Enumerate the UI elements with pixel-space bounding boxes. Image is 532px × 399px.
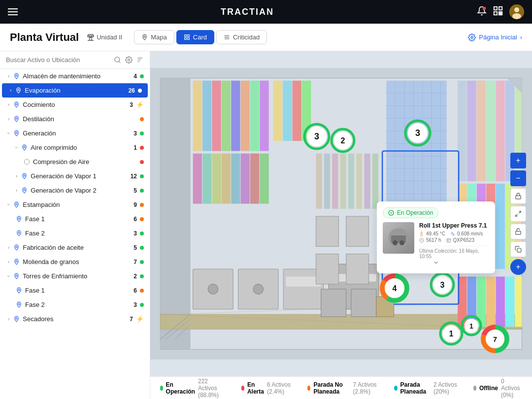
hamburger-menu[interactable] <box>8 8 18 15</box>
svg-point-103 <box>208 284 218 294</box>
svg-rect-2 <box>499 6 502 9</box>
svg-text:1: 1 <box>449 330 454 338</box>
svg-text:7: 7 <box>493 335 497 343</box>
sidebar-item-molienda[interactable]: › Molienda de granos 7 <box>0 255 150 269</box>
sidebar-item-torres-fase1[interactable]: Fase 1 6 <box>0 283 150 298</box>
tab-card[interactable]: Card <box>176 30 214 44</box>
tab-mapa-label: Mapa <box>151 33 167 41</box>
sidebar-item-destilacion[interactable]: › Destilación <box>0 112 150 126</box>
tab-criticidad[interactable]: Criticidad <box>216 30 267 44</box>
svg-point-35 <box>18 218 20 219</box>
cluster-3-topleft[interactable]: 3 <box>303 123 331 152</box>
sidebar-item-cocimiento[interactable]: › Cocimiento 3 ⚡ <box>0 98 150 112</box>
legend-alerta: En Alerta 6 Activos (2.4%) <box>241 381 294 395</box>
svg-rect-5 <box>501 11 502 13</box>
sidebar-item-aire[interactable]: › Aire comprimido 1 <box>0 140 150 155</box>
svg-rect-111 <box>496 276 505 327</box>
sidebar-item-estampacion[interactable]: › Estampación 9 <box>0 198 150 212</box>
svg-rect-50 <box>231 81 240 151</box>
svg-line-172 <box>519 211 521 213</box>
add-button[interactable]: + <box>510 259 526 275</box>
cluster-3-topcenter[interactable]: 3 <box>404 119 432 149</box>
cluster-1-center[interactable]: 1 <box>461 315 482 338</box>
popup-footer: Última Colección: 16 Mayo, 10:55 <box>419 246 489 259</box>
donut-4[interactable]: 4 <box>379 273 410 305</box>
sidebar-item-secadores[interactable]: › Secadores 7 ⚡ <box>0 312 150 326</box>
sidebar-item-est-fase1[interactable]: Fase 1 6 <box>0 212 150 226</box>
svg-point-26 <box>16 75 17 76</box>
svg-point-33 <box>24 189 25 191</box>
svg-point-167 <box>393 240 398 245</box>
map-area[interactable]: 3 2 3 <box>150 51 532 399</box>
svg-rect-126 <box>340 154 346 209</box>
svg-rect-115 <box>316 216 339 246</box>
settings-link[interactable]: Página Inicial › <box>468 33 522 41</box>
svg-rect-82 <box>202 154 211 204</box>
sidebar-item-vapor2[interactable]: › Generaciòn de Vapor 2 5 <box>0 183 150 198</box>
sidebar-item-evaporacion[interactable]: › Evaporación 26 <box>2 83 148 98</box>
svg-rect-120 <box>351 289 376 317</box>
settings-icon[interactable] <box>125 56 133 64</box>
donut-7[interactable]: 7 <box>480 324 510 356</box>
sidebar-item-almacen[interactable]: › Almacén de mantenimiento 4 <box>0 69 150 83</box>
svg-point-37 <box>16 246 17 248</box>
sidebar-item-torres[interactable]: › Torres de Enfriamiento 2 <box>0 269 150 283</box>
search-input[interactable] <box>6 56 110 64</box>
svg-rect-54 <box>273 81 282 141</box>
location-icon <box>13 244 20 251</box>
svg-line-173 <box>516 214 518 216</box>
svg-point-11 <box>144 36 145 37</box>
notification-icon[interactable] <box>477 6 487 18</box>
tab-card-label: Card <box>193 33 207 41</box>
cluster-2[interactable]: 2 <box>330 128 356 155</box>
svg-point-41 <box>18 303 20 305</box>
copy-button[interactable] <box>510 241 526 257</box>
svg-point-38 <box>16 261 17 262</box>
filter-icon[interactable] <box>136 56 144 64</box>
location-icon <box>13 259 20 265</box>
svg-rect-3 <box>494 11 497 14</box>
svg-rect-112 <box>505 276 514 327</box>
popup-meta: 49.45 °C 0.608 mm/s 5617 h QXP6523 <box>419 231 489 243</box>
svg-point-42 <box>16 318 17 319</box>
zoom-out-button[interactable]: − <box>510 170 526 186</box>
popup-image <box>383 222 414 254</box>
unit-badge[interactable]: Unidad II <box>87 33 122 41</box>
avatar[interactable] <box>509 4 524 19</box>
zoom-in-button[interactable]: + <box>510 153 526 168</box>
sidebar-item-compresion[interactable]: Compresión de Aire <box>0 155 150 169</box>
svg-rect-130 <box>372 154 378 209</box>
svg-rect-124 <box>324 154 330 209</box>
map-controls: + − + <box>510 153 526 275</box>
sidebar-item-generacion[interactable]: › Generación 3 <box>0 126 150 140</box>
location-icon <box>13 116 20 122</box>
search-icon[interactable] <box>114 56 121 64</box>
svg-point-28 <box>16 103 17 105</box>
svg-text:2: 2 <box>341 136 345 145</box>
sidebar-item-est-fase2[interactable]: Fase 2 3 <box>0 226 150 240</box>
tab-mapa[interactable]: Mapa <box>134 30 174 44</box>
svg-rect-46 <box>193 81 202 151</box>
svg-rect-51 <box>241 81 250 151</box>
sidebar-item-vapor1[interactable]: › Generación de Vapor 1 12 <box>0 169 150 183</box>
fullscreen-button[interactable] <box>510 206 526 222</box>
cluster-3-mid[interactable]: 3 <box>430 272 455 299</box>
cluster-1-left[interactable]: 1 <box>439 321 464 348</box>
location-icon <box>16 287 22 294</box>
svg-point-104 <box>253 284 263 294</box>
svg-rect-77 <box>486 81 495 181</box>
legend-operacion: En Operación 222 Activos (88.8%) <box>160 378 228 399</box>
qr-icon[interactable] <box>493 5 503 19</box>
svg-rect-170 <box>447 238 451 242</box>
popup-chevron[interactable] <box>383 259 489 267</box>
svg-rect-53 <box>260 81 268 151</box>
unlock-button[interactable] <box>510 224 526 239</box>
svg-rect-128 <box>356 154 362 209</box>
svg-rect-84 <box>222 154 231 204</box>
sidebar-item-fabricacion[interactable]: › Fabricación de aceite 5 <box>0 240 150 255</box>
location-icon <box>13 273 20 279</box>
svg-rect-48 <box>212 81 221 151</box>
sidebar-item-torres-fase2[interactable]: Fase 2 3 <box>0 298 150 312</box>
svg-point-22 <box>128 59 130 61</box>
lock-button[interactable] <box>510 188 526 204</box>
